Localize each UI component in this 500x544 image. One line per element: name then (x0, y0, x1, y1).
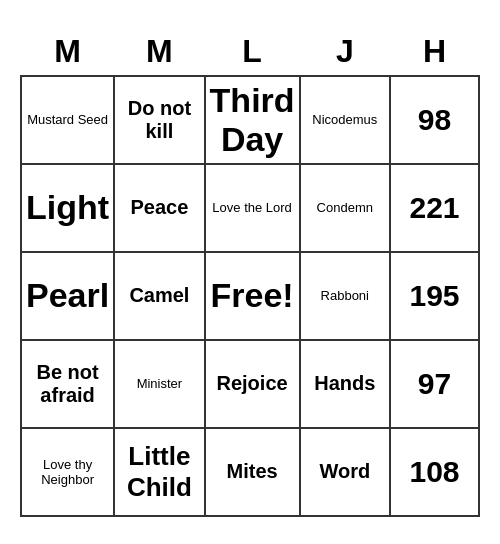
cell-r3-c2: Rejoice (205, 340, 300, 428)
cell-r3-c1: Minister (114, 340, 204, 428)
cell-r3-c4: 97 (390, 340, 479, 428)
cell-r4-c1: Little Child (114, 428, 204, 516)
cell-r1-c0: Light (21, 164, 114, 252)
cell-r2-c3: Rabboni (300, 252, 390, 340)
cell-r0-c0: Mustard Seed (21, 76, 114, 164)
column-header-j-3: J (300, 28, 390, 76)
cell-r2-c0: Pearl (21, 252, 114, 340)
header-row: MMLJH (21, 28, 479, 76)
cell-r4-c4: 108 (390, 428, 479, 516)
cell-r4-c2: Mites (205, 428, 300, 516)
cell-r1-c4: 221 (390, 164, 479, 252)
cell-r1-c1: Peace (114, 164, 204, 252)
cell-r0-c3: Nicodemus (300, 76, 390, 164)
cell-r3-c3: Hands (300, 340, 390, 428)
table-row: Love thy NeighborLittle ChildMitesWord10… (21, 428, 479, 516)
table-row: Be not afraidMinisterRejoiceHands97 (21, 340, 479, 428)
cell-r2-c4: 195 (390, 252, 479, 340)
cell-r0-c1: Do not kill (114, 76, 204, 164)
column-header-h-4: H (390, 28, 479, 76)
column-header-m-0: M (21, 28, 114, 76)
cell-r1-c2: Love the Lord (205, 164, 300, 252)
cell-r2-c1: Camel (114, 252, 204, 340)
table-row: PearlCamelFree!Rabboni195 (21, 252, 479, 340)
bingo-table: MMLJH Mustard SeedDo not killThird DayNi… (20, 28, 480, 517)
cell-r3-c0: Be not afraid (21, 340, 114, 428)
cell-r4-c3: Word (300, 428, 390, 516)
column-header-l-2: L (205, 28, 300, 76)
cell-r2-c2: Free! (205, 252, 300, 340)
cell-r0-c4: 98 (390, 76, 479, 164)
cell-r4-c0: Love thy Neighbor (21, 428, 114, 516)
cell-r0-c2: Third Day (205, 76, 300, 164)
column-header-m-1: M (114, 28, 204, 76)
table-row: LightPeaceLove the LordCondemn221 (21, 164, 479, 252)
table-row: Mustard SeedDo not killThird DayNicodemu… (21, 76, 479, 164)
cell-r1-c3: Condemn (300, 164, 390, 252)
